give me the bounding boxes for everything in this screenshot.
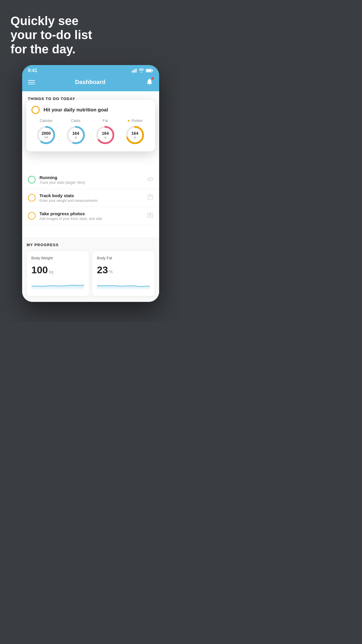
notification-dot bbox=[152, 77, 154, 80]
progress-header: MY PROGRESS bbox=[27, 243, 154, 247]
running-text: Running Track your stats (target: 5km) bbox=[40, 175, 147, 185]
running-subtitle: Track your stats (target: 5km) bbox=[40, 181, 147, 185]
carbs-donut: 164 g bbox=[65, 125, 86, 146]
body-fat-unit: % bbox=[109, 270, 113, 274]
calories-donut: 2000 cal bbox=[36, 125, 57, 146]
svg-point-18 bbox=[149, 214, 151, 216]
carbs-value: 164 bbox=[72, 131, 79, 136]
photo-icon bbox=[147, 212, 153, 220]
page-wrapper: Quickly see your to-do list for the day.… bbox=[0, 0, 181, 322]
body-weight-value: 100 bbox=[31, 264, 48, 276]
body-stats-text: Track body stats Enter your weight and m… bbox=[40, 193, 147, 203]
nutrition-card: Hit your daily nutrition goal Calories 2 bbox=[26, 100, 155, 151]
progress-photos-item[interactable]: Take progress photos Add images of your … bbox=[22, 207, 159, 225]
progress-photos-checkbox[interactable] bbox=[28, 212, 36, 220]
running-checkbox[interactable] bbox=[28, 176, 36, 183]
svg-rect-5 bbox=[146, 69, 151, 71]
nutrition-circles: Calories 2000 cal bbox=[31, 119, 150, 146]
progress-section: MY PROGRESS Body Weight 100 kg bbox=[22, 237, 159, 302]
fat-donut: 164 g bbox=[95, 125, 116, 146]
signal-icon bbox=[132, 69, 137, 73]
body-weight-title: Body Weight bbox=[31, 256, 84, 260]
scale-icon bbox=[147, 194, 153, 202]
body-fat-value-row: 23 % bbox=[97, 264, 150, 276]
protein-donut: 164 g bbox=[124, 125, 145, 146]
body-stats-checkbox[interactable] bbox=[28, 194, 36, 202]
nav-title: Dashboard bbox=[75, 79, 105, 85]
battery-icon bbox=[146, 69, 153, 73]
svg-rect-1 bbox=[133, 70, 134, 73]
fat-value: 164 bbox=[102, 131, 109, 136]
hero-title: Quickly see your to-do list for the day. bbox=[10, 14, 171, 56]
svg-rect-15 bbox=[147, 195, 152, 199]
nutrition-checkbox[interactable] bbox=[31, 106, 40, 114]
card-title-row: Hit your daily nutrition goal bbox=[31, 106, 150, 114]
status-icons bbox=[132, 69, 153, 73]
shoe-icon bbox=[147, 176, 153, 184]
calories-item: Calories 2000 cal bbox=[36, 119, 57, 146]
carbs-value-center: 164 g bbox=[72, 131, 79, 139]
mid-spacer bbox=[22, 225, 159, 237]
body-stats-subtitle: Enter your weight and measurements bbox=[40, 199, 147, 203]
status-time: 9:41 bbox=[28, 68, 37, 73]
progress-photos-text: Take progress photos Add images of your … bbox=[40, 211, 147, 221]
svg-rect-3 bbox=[136, 69, 136, 73]
carbs-item: Carbs 164 g bbox=[65, 119, 86, 146]
calories-value-center: 2000 cal bbox=[42, 131, 51, 139]
progress-cards: Body Weight 100 kg bbox=[27, 251, 154, 302]
app-content: THINGS TO DO TODAY Hit your daily nutrit… bbox=[22, 91, 159, 302]
progress-photos-subtitle: Add images of your front, back, and side bbox=[40, 217, 147, 221]
protein-star-icon: ★ bbox=[127, 119, 130, 123]
fat-value-center: 164 g bbox=[102, 131, 109, 139]
nav-bar: Dashboard bbox=[22, 75, 159, 91]
fat-label: Fat bbox=[103, 119, 108, 123]
body-fat-card: Body Fat 23 % bbox=[92, 251, 154, 296]
progress-photos-title: Take progress photos bbox=[40, 211, 147, 216]
status-bar: 9:41 bbox=[22, 65, 159, 75]
bottom-padding bbox=[0, 302, 181, 319]
svg-rect-17 bbox=[147, 213, 152, 217]
svg-rect-2 bbox=[134, 69, 135, 73]
svg-rect-6 bbox=[152, 70, 153, 71]
body-stats-item[interactable]: Track body stats Enter your weight and m… bbox=[22, 189, 159, 207]
protein-item: ★ Protein 164 g bbox=[124, 119, 145, 146]
calories-unit: cal bbox=[42, 136, 51, 139]
body-weight-card: Body Weight 100 kg bbox=[27, 251, 89, 296]
body-weight-chart bbox=[31, 280, 84, 290]
svg-rect-0 bbox=[132, 71, 133, 73]
carbs-label: Carbs bbox=[71, 119, 80, 123]
protein-value: 164 bbox=[131, 131, 138, 136]
carbs-unit: g bbox=[72, 136, 79, 139]
body-fat-chart bbox=[97, 280, 150, 290]
calories-label: Calories bbox=[40, 119, 52, 123]
bell-button[interactable] bbox=[146, 78, 153, 87]
body-stats-title: Track body stats bbox=[40, 193, 147, 198]
body-weight-unit: kg bbox=[49, 270, 53, 274]
fat-item: Fat 164 g bbox=[95, 119, 116, 146]
hero-section: Quickly see your to-do list for the day. bbox=[0, 0, 181, 65]
body-fat-value: 23 bbox=[97, 264, 108, 276]
calories-value: 2000 bbox=[42, 131, 51, 136]
protein-unit: g bbox=[131, 136, 138, 139]
hamburger-icon[interactable] bbox=[28, 80, 35, 84]
fat-unit: g bbox=[102, 136, 109, 139]
protein-label: ★ Protein bbox=[127, 119, 143, 123]
wifi-icon bbox=[139, 69, 144, 73]
nutrition-card-title: Hit your daily nutrition goal bbox=[44, 107, 108, 113]
body-weight-value-row: 100 kg bbox=[31, 264, 84, 276]
running-title: Running bbox=[40, 175, 147, 180]
phone-shell: 9:41 bbox=[22, 65, 159, 302]
protein-value-center: 164 g bbox=[131, 131, 138, 139]
body-fat-title: Body Fat bbox=[97, 256, 150, 260]
running-item[interactable]: Running Track your stats (target: 5km) bbox=[22, 171, 159, 189]
